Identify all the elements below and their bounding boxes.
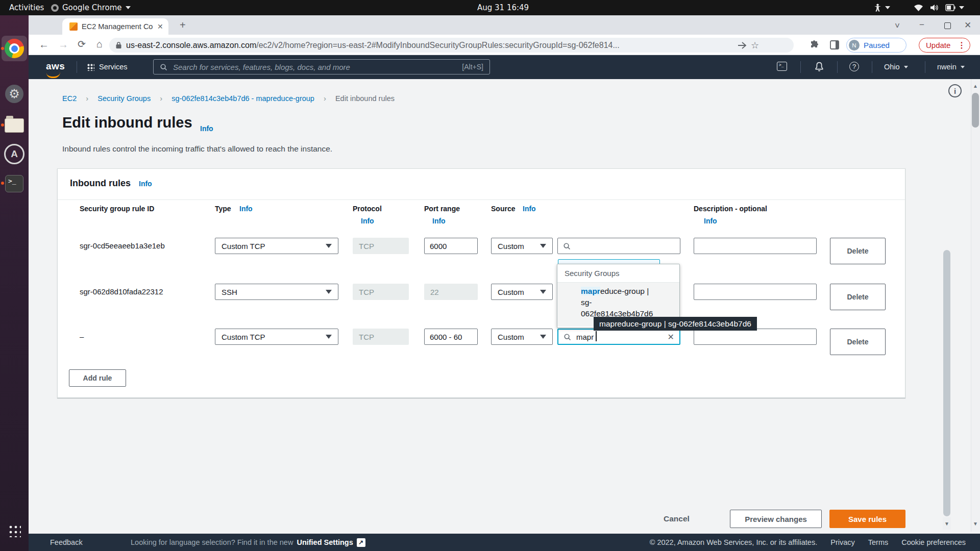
reload-button[interactable]: ⟳ xyxy=(78,39,86,49)
page-title-info-link[interactable]: Info xyxy=(200,124,213,133)
type-info-link[interactable]: Info xyxy=(239,205,253,213)
browser-scrollbar-up-arrow[interactable]: ▲ xyxy=(971,80,979,92)
dock-item-chrome[interactable] xyxy=(4,38,24,59)
address-bar[interactable]: us-east-2.console.aws.amazon.com/ec2/v2/… xyxy=(109,38,794,53)
bookmark-star-icon[interactable]: ☆ xyxy=(751,41,759,50)
aws-search-input[interactable] xyxy=(172,62,457,72)
notifications-bell-icon[interactable] xyxy=(815,62,824,72)
dock-item-software-updater[interactable]: A xyxy=(4,144,24,164)
source-search-input[interactable] xyxy=(575,332,664,342)
profile-button[interactable]: N Paused xyxy=(846,38,906,53)
show-applications-button[interactable] xyxy=(4,520,24,541)
panel-title: Inbound rules xyxy=(70,178,131,189)
home-button[interactable]: ⌂ xyxy=(96,39,103,49)
feedback-button[interactable]: Feedback xyxy=(50,534,83,551)
terminal-icon: >_ xyxy=(5,175,23,192)
dock-item-settings[interactable]: ⚙ xyxy=(4,84,24,104)
unified-settings-link[interactable]: Unified Settings xyxy=(297,538,353,546)
col-header-source: Source xyxy=(491,205,515,213)
tab-ec2-console[interactable]: EC2 Management Console ✕ xyxy=(62,18,168,35)
lock-icon xyxy=(115,41,122,49)
breadcrumb-current: Edit inbound rules xyxy=(335,94,395,103)
aws-logo[interactable]: aws xyxy=(46,61,65,72)
type-select[interactable]: Custom TCP xyxy=(215,238,338,254)
inner-scrollbar-thumb[interactable] xyxy=(943,250,950,516)
forward-button[interactable]: → xyxy=(58,39,68,49)
source-select[interactable]: Custom xyxy=(491,238,553,254)
source-search-input[interactable] xyxy=(575,241,675,251)
description-input[interactable] xyxy=(694,238,817,254)
preview-changes-button[interactable]: Preview changes xyxy=(730,510,822,528)
browser-scrollbar-thumb[interactable] xyxy=(972,93,979,128)
description-info-link[interactable]: Info xyxy=(704,217,717,225)
protocol-info-link[interactable]: Info xyxy=(361,217,374,225)
send-icon[interactable] xyxy=(738,41,747,49)
description-input[interactable] xyxy=(694,284,817,300)
restore-button[interactable] xyxy=(944,22,951,29)
aws-console-header: aws Services [Alt+S] >_ ? Ohio nwein xyxy=(29,55,980,79)
tab-title: EC2 Management Console xyxy=(82,22,153,31)
tab-search-chevron-icon[interactable]: ˅ xyxy=(895,21,900,30)
breadcrumb-security-groups[interactable]: Security Groups xyxy=(97,94,151,103)
dock-item-terminal[interactable]: >_ xyxy=(4,173,24,194)
cookie-preferences-link[interactable]: Cookie preferences xyxy=(901,538,966,546)
type-select[interactable]: Custom TCP xyxy=(215,329,338,345)
region-selector[interactable]: Ohio xyxy=(884,63,908,71)
search-icon xyxy=(160,63,167,71)
window-close-button[interactable]: ✕ xyxy=(964,21,971,30)
app-menu[interactable]: Google Chrome xyxy=(51,0,131,15)
inner-scrollbar-down-arrow[interactable]: ▼ xyxy=(943,517,951,530)
aws-search-box[interactable]: [Alt+S] xyxy=(153,59,490,74)
minimize-button[interactable]: − xyxy=(919,20,924,29)
add-rule-button[interactable]: Add rule xyxy=(69,369,126,387)
extensions-puzzle-icon[interactable] xyxy=(810,40,819,49)
back-button[interactable]: ← xyxy=(39,39,49,49)
volume-icon[interactable] xyxy=(930,0,939,15)
new-tab-button[interactable]: + xyxy=(180,20,186,30)
chevron-down-icon xyxy=(126,6,131,9)
tab-close-icon[interactable]: ✕ xyxy=(157,23,163,30)
type-select[interactable]: SSH xyxy=(215,284,338,300)
port-info-link[interactable]: Info xyxy=(432,217,446,225)
external-link-icon: ↗ xyxy=(357,538,365,547)
panel-info-link[interactable]: Info xyxy=(139,180,152,188)
breadcrumb-ec2[interactable]: EC2 xyxy=(62,94,77,103)
port-range-input[interactable] xyxy=(424,238,478,254)
delete-rule-button[interactable]: Delete xyxy=(830,284,886,310)
source-select[interactable]: Custom xyxy=(491,329,553,345)
source-info-link[interactable]: Info xyxy=(523,205,536,213)
col-header-port-range: Port range xyxy=(424,205,460,213)
delete-rule-button[interactable]: Delete xyxy=(830,329,886,355)
description-input[interactable] xyxy=(694,329,817,345)
dock-item-files[interactable] xyxy=(4,115,24,136)
breadcrumb-security-group[interactable]: sg-062fe814c3eb4b7d6 - mapreduce-group xyxy=(172,94,314,103)
cancel-button[interactable]: Cancel xyxy=(664,514,690,523)
delete-rule-button[interactable]: Delete xyxy=(830,238,886,264)
info-panel-toggle[interactable]: i xyxy=(948,84,962,97)
save-rules-button[interactable]: Save rules xyxy=(829,510,905,528)
chevron-down-icon xyxy=(961,66,965,68)
source-search-focused[interactable]: ✕ xyxy=(557,329,680,345)
update-browser-button[interactable]: Update ⋮ xyxy=(919,38,970,53)
port-range-input[interactable] xyxy=(424,329,478,345)
browser-scrollbar-down-arrow[interactable]: ▼ xyxy=(971,517,979,530)
services-menu[interactable]: Services xyxy=(99,63,128,71)
cloudshell-icon[interactable]: >_ xyxy=(777,62,787,71)
privacy-link[interactable]: Privacy xyxy=(830,538,855,546)
side-panel-icon[interactable] xyxy=(830,40,839,49)
battery-icon[interactable] xyxy=(945,0,964,15)
browser-scrollbar-track[interactable] xyxy=(971,79,980,532)
accessibility-icon[interactable] xyxy=(874,0,890,15)
account-menu[interactable]: nwein xyxy=(937,63,965,71)
source-search[interactable] xyxy=(557,238,680,254)
wifi-icon[interactable] xyxy=(914,0,923,15)
chevron-down-icon xyxy=(326,290,332,294)
help-icon[interactable]: ? xyxy=(849,62,859,71)
avatar: N xyxy=(849,40,860,51)
clear-search-icon[interactable]: ✕ xyxy=(668,332,674,342)
source-select[interactable]: Custom xyxy=(491,284,553,300)
activities-button[interactable]: Activities xyxy=(9,0,44,15)
profile-status: Paused xyxy=(864,41,890,49)
terms-link[interactable]: Terms xyxy=(868,538,888,546)
clock[interactable]: Aug 31 16:49 xyxy=(477,0,529,15)
